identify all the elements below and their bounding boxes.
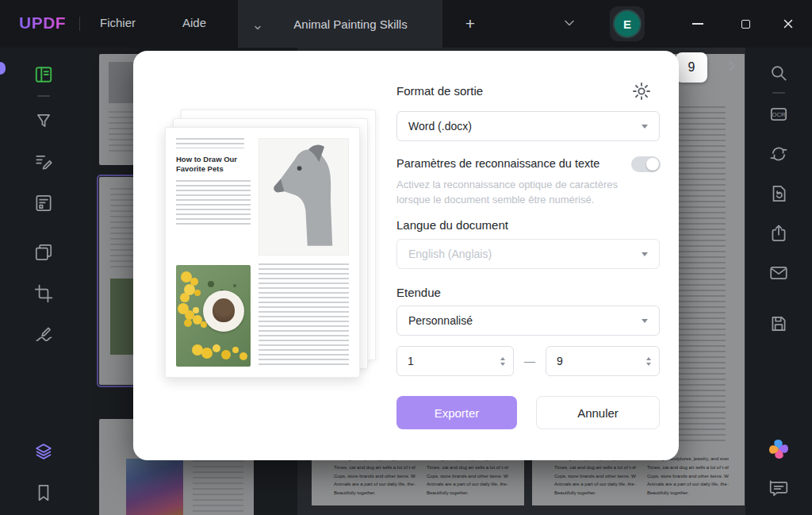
ocr-settings-label: Paramètres de reconnaissance du texte <box>396 157 619 170</box>
spinner-buttons[interactable] <box>646 357 659 366</box>
range-value: Personnalisé <box>408 314 473 327</box>
maximize-button[interactable] <box>731 14 760 33</box>
close-window-button[interactable] <box>774 14 802 33</box>
titlebar: UPDF Fichier Aide Animal Painting Skills… <box>0 0 812 48</box>
format-label: Format de sortie <box>396 84 483 98</box>
page-to-value: 9 <box>557 355 563 367</box>
range-select[interactable]: Personnalisé <box>396 306 660 336</box>
updf-logo: UPDF <box>19 13 66 33</box>
search-icon[interactable] <box>763 57 795 89</box>
ocr-icon[interactable]: OCR <box>763 98 795 130</box>
cancel-button[interactable]: Annuler <box>536 396 660 429</box>
range-label: Etendue <box>396 286 441 299</box>
range-separator: — <box>515 346 544 376</box>
close-icon <box>783 18 794 29</box>
comment-tool-icon[interactable] <box>28 105 59 136</box>
dog-portrait-circle <box>203 290 244 332</box>
comment-panel-icon[interactable] <box>763 472 795 504</box>
avatar: E <box>615 11 640 37</box>
preview-photo-dog <box>176 265 251 367</box>
account-button[interactable]: E <box>610 6 645 41</box>
email-icon[interactable] <box>763 257 795 289</box>
updf-ai-icon[interactable] <box>763 432 795 464</box>
format-select[interactable]: Word (.docx) <box>396 111 660 141</box>
preview-dog-sketch <box>259 138 349 256</box>
left-toolbar <box>0 48 87 515</box>
edit-tool-icon[interactable] <box>28 146 59 178</box>
save-icon[interactable] <box>763 308 795 340</box>
minimize-icon <box>692 23 703 25</box>
collapse-panel-chevron-icon[interactable] <box>726 59 737 76</box>
tab-dropdown-icon[interactable] <box>254 20 262 34</box>
export-dialog: How to Draw Our Favorite Pets <box>133 51 679 460</box>
layers-icon[interactable] <box>28 436 59 467</box>
thumbnail-view-icon[interactable] <box>28 59 59 90</box>
export-button[interactable]: Exporter <box>396 396 517 429</box>
page-to-input[interactable]: 9 <box>546 346 660 376</box>
ocr-hint: Activez la reconnaissance optique de car… <box>396 178 639 208</box>
crop-tool-icon[interactable] <box>28 278 59 309</box>
organize-pages-icon[interactable] <box>28 236 59 268</box>
menu-fichier[interactable]: Fichier <box>100 16 136 29</box>
toolbar-divider <box>37 95 50 97</box>
chevron-down-icon <box>642 125 648 129</box>
leaves <box>208 281 214 287</box>
page-refresh-icon[interactable] <box>763 178 795 209</box>
preview-text <box>176 180 251 226</box>
tab-title: Animal Painting Skills <box>273 17 407 31</box>
active-tool-indicator <box>0 62 6 75</box>
chevron-down-icon <box>642 252 648 256</box>
preview-text <box>259 263 349 367</box>
bookmark-icon[interactable] <box>28 477 59 509</box>
ocr-toggle[interactable] <box>631 156 661 172</box>
chevron-down-icon[interactable] <box>563 17 576 32</box>
signature-tool-icon[interactable] <box>28 319 59 351</box>
right-toolbar: OCR <box>745 48 812 515</box>
preview-title: How to Draw Our Favorite Pets <box>176 155 251 174</box>
preview-sheet-front: How to Draw Our Favorite Pets <box>165 127 360 378</box>
svg-text:OCR: OCR <box>772 111 786 118</box>
page-from-value: 1 <box>408 355 414 367</box>
page-from-input[interactable]: 1 <box>396 346 514 376</box>
preview-text <box>176 138 244 148</box>
gear-icon[interactable] <box>631 81 652 102</box>
spinner-buttons[interactable] <box>500 357 513 366</box>
page-number-input[interactable]: 9 <box>676 52 707 83</box>
language-label: Langue du document <box>396 218 508 232</box>
maximize-icon <box>741 20 750 29</box>
flowers <box>181 271 192 282</box>
document-tab[interactable]: Animal Painting Skills <box>238 0 442 48</box>
new-tab-button[interactable]: + <box>458 12 482 36</box>
flowers <box>192 344 203 356</box>
menu-aide[interactable]: Aide <box>182 16 206 29</box>
divider <box>79 17 80 31</box>
toolbar-divider <box>772 92 785 94</box>
convert-icon[interactable] <box>763 138 795 170</box>
chevron-down-icon <box>642 319 648 323</box>
share-icon[interactable] <box>763 217 795 249</box>
language-value: English (Anglais) <box>408 248 492 260</box>
toggle-knob <box>646 158 659 171</box>
form-tool-icon[interactable] <box>28 187 59 219</box>
language-select[interactable]: English (Anglais) <box>396 239 660 269</box>
minimize-button[interactable] <box>684 14 712 33</box>
flowers <box>178 303 189 314</box>
format-value: Word (.docx) <box>408 120 472 133</box>
